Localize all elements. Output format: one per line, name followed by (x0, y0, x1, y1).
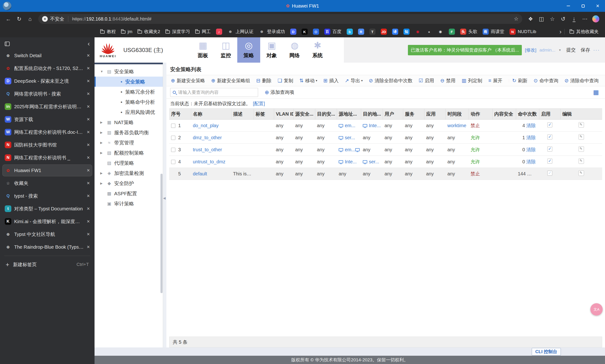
browser-tab[interactable]: W 资源下载 × (2, 114, 92, 125)
address-object[interactable]: any (363, 147, 370, 153)
enable-checkbox[interactable] (547, 159, 552, 164)
collapse-sidebar-icon[interactable]: ‹ (88, 40, 90, 47)
tab-close-icon[interactable]: × (87, 116, 90, 122)
tab-close-icon[interactable]: × (87, 244, 90, 250)
tree-item[interactable]: ▶ ▧ 配额控制策略 (94, 148, 163, 158)
clear-hits-link[interactable]: 清除 (527, 171, 537, 176)
clear-hits-link[interactable]: 清除 (526, 147, 536, 152)
tree-item[interactable]: ▩ ASPF配置 (94, 188, 163, 198)
browser-tab[interactable]: ⊕ Typst 中文社区导航 × (2, 228, 92, 240)
tree-item[interactable]: ▣ 审计策略 (94, 198, 163, 209)
browser-tab[interactable]: t 对准类型 – Typst Documentation × (2, 203, 92, 215)
back-icon[interactable]: ← (3, 14, 14, 24)
query-filter-icon[interactable]: ▦ (593, 89, 599, 96)
tree-item[interactable]: ▼ ▤ 安全策略 (94, 66, 163, 77)
favorites-icon[interactable]: ☆ (547, 14, 558, 24)
app-nav-tab[interactable]: ✱ 系统 (306, 37, 329, 63)
address-object[interactable]: em... (345, 147, 355, 153)
toolbar-button[interactable]: ≡ 展开 (488, 78, 502, 84)
edit-icon[interactable] (579, 122, 584, 128)
edit-icon[interactable] (579, 170, 584, 176)
tree-expander-icon[interactable]: ▼ (100, 70, 105, 73)
bookmark-item[interactable]: 网工 (193, 27, 213, 36)
add-query-button[interactable]: ⊕ 添加查询项 (265, 89, 294, 95)
address-object[interactable]: em... (345, 123, 355, 128)
bookmark-item[interactable]: K (299, 27, 310, 36)
clear-hits-link[interactable]: 清除 (526, 135, 536, 140)
tab-close-icon[interactable]: × (87, 218, 90, 224)
home-icon[interactable]: ⌂ (25, 14, 36, 24)
tree-item[interactable]: ▶ ◆ 安全防护 (94, 178, 163, 188)
browser-tab[interactable]: ✿ Huawei FW1 × (2, 165, 92, 176)
tree-item[interactable]: ▶ ▦ NAT策略 (94, 117, 163, 127)
tab-close-icon[interactable]: × (87, 180, 90, 186)
toolbar-button[interactable]: ⊘ 清除全部命中次数 (369, 78, 413, 84)
tree-item[interactable]: ▨ 代理策略 (94, 158, 163, 168)
header-more-icon[interactable]: ··· (593, 47, 600, 53)
restore-button[interactable] (576, 0, 590, 12)
edit-icon[interactable] (579, 158, 584, 164)
toolbar-button[interactable]: ⊕ 新建安全策略组 (211, 78, 250, 84)
bookmark-item[interactable]: T (367, 27, 378, 36)
new-tab-button[interactable]: + 新建标签页 Ctrl+T (0, 258, 94, 271)
tree-item[interactable]: • 应用风险调优 (94, 107, 163, 117)
toolbar-button[interactable]: ⊘ 清除命中查询 (564, 78, 599, 84)
downloads-icon[interactable]: ↓ (569, 14, 579, 24)
tree-expander-icon[interactable]: ▶ (100, 182, 105, 185)
browser-tab[interactable]: Q typst - 搜索 × (2, 190, 92, 202)
tab-close-icon[interactable]: × (87, 52, 90, 59)
toolbar-button[interactable]: ↗ 导出 ▾ (345, 78, 363, 84)
tree-expander-icon[interactable]: ▶ (100, 120, 105, 124)
bookmark-item[interactable]: ⊕ 上网认证 (225, 27, 256, 36)
policy-name-link[interactable]: do_not_play (193, 123, 219, 128)
tab-close-icon[interactable]: × (87, 78, 90, 84)
tab-close-icon[interactable]: × (87, 231, 90, 237)
browser-tab[interactable]: N 网络工程需求分析说明书 _ × (2, 152, 92, 164)
policy-name-link[interactable]: dmz_to_other (193, 135, 222, 140)
bookmark-item[interactable]: ● (424, 27, 434, 36)
tree-item[interactable]: ▶ ▥ 服务器负载均衡 (94, 127, 163, 138)
bookmark-item[interactable]: ⊕ 登录成功 (257, 27, 287, 36)
tree-item[interactable]: ▶ ◈ 加密流量检测 (94, 168, 163, 178)
bookmark-item[interactable]: 深度学习 (163, 27, 192, 36)
browser-tab[interactable]: ✿ 配置系统启动文件 - S1720, S2700, × (2, 62, 92, 74)
browser-more-icon[interactable]: ⋯ (579, 14, 590, 24)
bookmark-item[interactable]: 百 百度 (322, 27, 344, 36)
bookmarks-overflow-chevron[interactable]: › (559, 28, 562, 36)
enable-checkbox[interactable] (547, 171, 552, 176)
bookmark-item[interactable]: ◉ (413, 27, 423, 36)
bookmark-item[interactable]: 教程 (98, 27, 118, 36)
security-icon[interactable]: × (42, 16, 48, 22)
bookmark-item[interactable]: 收藏夹2 (135, 27, 162, 36)
toolbar-button[interactable]: ↻ 刷新 (512, 78, 528, 84)
bookmark-item[interactable]: ◎ (311, 27, 321, 36)
address-object[interactable]: Inte... (345, 159, 357, 165)
policy-name-link[interactable]: trust_to_other (193, 147, 222, 152)
collapse-tree-icon[interactable]: ◀ (163, 196, 166, 200)
toolbar-button[interactable]: ⊟ 删除 (256, 78, 271, 84)
tree-expander-icon[interactable]: ▶ (100, 141, 105, 144)
edit-icon[interactable] (579, 146, 584, 152)
tab-close-icon[interactable]: × (87, 65, 90, 71)
browser-tab[interactable]: in 2025年网络工程需求分析说明书样例 × (2, 101, 92, 113)
bookmark-item[interactable]: 译 (390, 27, 400, 36)
time-range[interactable]: any (447, 147, 455, 152)
browser-tab[interactable]: Q 网络需求说明书 - 搜索 × (2, 88, 92, 100)
submit-button[interactable]: 提交 (566, 47, 576, 53)
row-checkbox[interactable] (171, 160, 175, 164)
minimize-button[interactable] (561, 0, 576, 12)
row-checkbox[interactable] (171, 136, 175, 140)
search-box[interactable] (170, 88, 258, 97)
tab-close-icon[interactable]: × (87, 206, 90, 212)
row-checkbox[interactable] (171, 124, 175, 128)
bookmark-item[interactable]: 知 (401, 27, 412, 36)
bookmark-item[interactable]: JD (379, 27, 389, 36)
toolbar-button[interactable]: ⊞ 插入 (323, 78, 339, 84)
address-object[interactable]: any (339, 171, 346, 177)
tree-item[interactable]: ▶ ≈ 带宽管理 (94, 138, 163, 148)
time-range[interactable]: any (447, 171, 455, 176)
browser-tab[interactable]: W 网络工程需求分析说明书.doc-ITAD × (2, 126, 92, 138)
browser-tab[interactable]: ⊕ Switch Detail × (2, 50, 92, 62)
app-nav-tab[interactable]: ◫ 监控 (214, 37, 237, 63)
tab-panel-icon[interactable] (5, 42, 10, 46)
